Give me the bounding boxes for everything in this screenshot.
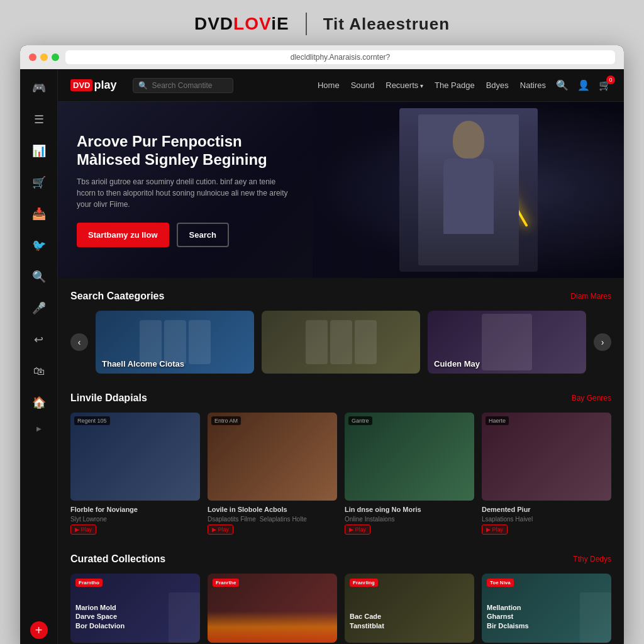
new-releases-title: Linvile Ddapials: [70, 392, 147, 404]
category-card-1[interactable]: Thaell Alcome Ciotas: [96, 311, 254, 374]
movies-row: Regent 105 Florble for Noviange Slyt Low…: [70, 413, 611, 535]
logo-play: play: [94, 79, 116, 92]
categories-title: Search Caategories: [70, 291, 164, 302]
category-card-inner-2: [262, 311, 420, 374]
movie-play-1[interactable]: ▶ Play: [70, 525, 96, 535]
movie-meta-3: Online Instalaions: [345, 516, 474, 523]
nav-icon-group: 🔍 👤 🛒 0: [556, 79, 611, 91]
movie-meta-1: Slyt Lowrone: [70, 516, 200, 523]
hero-primary-button[interactable]: Startbamy zu llow: [77, 223, 169, 247]
movie-genre-2: Entro AM: [211, 416, 241, 425]
sidebar-item-menu[interactable]: ☰: [30, 111, 48, 128]
browser-window: dlecldlitphy.Anaraisis.cornter? 🎮 ☰ 📊 🛒 …: [20, 45, 624, 644]
categories-link[interactable]: Diam Mares: [570, 292, 611, 301]
nav-natires[interactable]: Natires: [520, 80, 546, 90]
new-releases-link[interactable]: Bay Genres: [572, 394, 611, 402]
collections-title: Curated Collections: [70, 553, 165, 565]
sidebar-item-house[interactable]: 🏠: [30, 394, 48, 411]
logo-dvd: DVD: [70, 79, 92, 91]
sidebar-chevron: ▶: [36, 425, 42, 432]
new-releases-section: Linvile Ddapials Bay Genres Regent 105 F…: [58, 380, 624, 541]
categories-row: ‹ Thaell Alcome Ciotas: [70, 311, 611, 374]
sidebar-item-download[interactable]: 📥: [30, 205, 48, 223]
collection-person-1: [169, 592, 200, 643]
collection-card-3[interactable]: Franrling Bac CadeTanstitblat: [345, 574, 474, 643]
main-content: DVD play 🔍 Home Sound Recuerts The Padge…: [58, 69, 624, 644]
person-7: [482, 314, 532, 370]
collections-section: Curated Collections Tthy Dedys Frarntho …: [58, 541, 624, 644]
collection-card-2[interactable]: Franrthe: [208, 574, 337, 643]
collection-card-4[interactable]: Toe Niva MellantionGharnstBir Dclaisms: [482, 574, 611, 643]
movie-poster-2: Entro AM: [208, 413, 337, 501]
nav-search-box[interactable]: 🔍: [133, 78, 233, 93]
sidebar-item-twitter[interactable]: 🐦: [30, 236, 48, 254]
movie-card-1: Regent 105 Florble for Noviange Slyt Low…: [70, 413, 200, 535]
collection-badge-1: Frarntho: [75, 579, 103, 587]
movie-poster-1: Regent 105: [70, 413, 200, 501]
movie-title-1: Florble for Noviange: [70, 506, 200, 513]
nav-user-icon[interactable]: 👤: [577, 79, 590, 91]
minimize-button[interactable]: [40, 53, 48, 61]
categories-section: Search Caategories Diam Mares ‹ Thaell A…: [58, 278, 624, 380]
fire-effect: [208, 611, 337, 643]
category-card-inner-1: Thaell Alcome Ciotas: [96, 311, 254, 374]
category-persons-1: [138, 320, 212, 364]
sidebar-add-button[interactable]: +: [30, 621, 48, 639]
person-5: [330, 320, 352, 364]
movie-title-2: Lovile in Slobole Acbols: [208, 506, 337, 513]
person-3: [189, 320, 211, 364]
hero-title: Arcove Pur FenpoctisnMàlicsed Signley Be…: [77, 133, 291, 169]
sidebar-item-shop[interactable]: 🛍: [30, 362, 48, 380]
nav-links: Home Sound Recuerts The Padge Bdyes Nati…: [318, 80, 546, 90]
category-card-2[interactable]: [262, 311, 420, 374]
movie-poster-4: Haerte: [482, 413, 611, 501]
sidebar-item-mic[interactable]: 🎤: [30, 299, 48, 317]
nav-sound[interactable]: Sound: [351, 80, 375, 90]
nav-the-padge[interactable]: The Padge: [435, 80, 475, 90]
categories-header: Search Caategories Diam Mares: [70, 291, 611, 302]
nav-home[interactable]: Home: [318, 80, 340, 90]
watermark: DVDLOViE Tit Aleaestruen: [194, 13, 450, 35]
close-button[interactable]: [29, 53, 36, 61]
nav-recuerts[interactable]: Recuerts: [386, 80, 423, 90]
watermark-divider: [306, 13, 307, 35]
sidebar-item-search[interactable]: 🔍: [30, 268, 48, 286]
logo: DVD play: [70, 79, 116, 92]
carousel-prev-button[interactable]: ‹: [70, 333, 88, 351]
maximize-button[interactable]: [52, 53, 59, 61]
sidebar-item-stats[interactable]: 📊: [30, 142, 48, 160]
movie-genre-4: Haerte: [486, 416, 509, 425]
nav-cart-icon[interactable]: 🛒 0: [599, 79, 611, 91]
category-card-3[interactable]: Cuiden May: [428, 311, 586, 374]
watermark-dvd: DVDLOViE: [194, 14, 289, 34]
category-label-3: Cuiden May: [434, 359, 480, 369]
movie-play-4[interactable]: ▶ Play: [482, 525, 508, 535]
sidebar-item-home[interactable]: 🎮: [30, 79, 48, 97]
collection-person-4: [580, 592, 611, 643]
hero-search-button[interactable]: Search: [177, 223, 229, 247]
hero-background: [313, 102, 624, 278]
movie-genre-1: Regent 105: [74, 416, 110, 425]
movie-poster-3: Gantre: [345, 413, 474, 501]
sidebar-item-back[interactable]: ↩: [30, 331, 48, 348]
address-bar[interactable]: dlecldlitphy.Anaraisis.cornter?: [65, 50, 615, 64]
person-1: [140, 320, 162, 364]
person-2: [164, 320, 186, 364]
movie-play-3[interactable]: ▶ Play: [345, 525, 370, 535]
collections-link[interactable]: Tthy Dedys: [573, 555, 611, 564]
collection-card-1[interactable]: Frarntho Marion MoldDarve SpaceBor Dolac…: [70, 574, 200, 643]
collections-header: Curated Collections Tthy Dedys: [70, 553, 611, 565]
movie-play-2[interactable]: ▶ Play: [208, 525, 233, 535]
nav-search-icon[interactable]: 🔍: [556, 79, 569, 91]
hero-figure: [399, 108, 538, 272]
carousel-next-button[interactable]: ›: [594, 333, 611, 351]
collection-badge-2: Franrthe: [213, 579, 239, 587]
hero-content: Arcove Pur FenpoctisnMàlicsed Signley Be…: [77, 133, 291, 248]
watermark-subtitle: Tit Aleaestruen: [323, 14, 450, 34]
sidebar-item-cart[interactable]: 🛒: [30, 174, 48, 191]
collection-badge-3: Franrling: [350, 579, 378, 587]
search-input[interactable]: [152, 81, 228, 90]
movie-card-3: Gantre Lin dnse oing No Moris Online Ins…: [345, 413, 474, 535]
movie-card-2: Entro AM Lovile in Slobole Acbols Dsapla…: [208, 413, 337, 535]
nav-bdyes[interactable]: Bdyes: [486, 80, 509, 90]
